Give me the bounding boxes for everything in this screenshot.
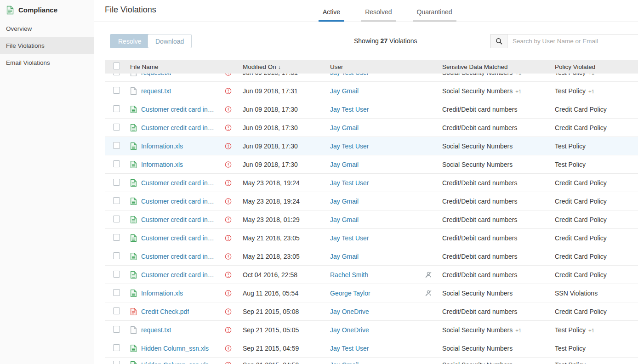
row-checkbox[interactable] bbox=[113, 271, 120, 278]
user-link[interactable]: Jay Test User bbox=[330, 106, 369, 113]
user-link[interactable]: Jay Test User bbox=[330, 179, 369, 187]
file-name-link[interactable]: request.txt bbox=[141, 74, 171, 76]
file-name-link[interactable]: Hidden Column_ssn.xls bbox=[141, 361, 209, 364]
table-row[interactable]: Hidden Column_ssn.xls Sep 21 2015, 04:59… bbox=[105, 358, 638, 364]
row-checkbox[interactable] bbox=[113, 307, 120, 314]
user-link[interactable]: Jay Test User bbox=[330, 74, 369, 76]
user-link[interactable]: George Taylor bbox=[330, 290, 370, 297]
file-name-link[interactable]: Information.xls bbox=[141, 142, 183, 150]
file-name-link[interactable]: Information.xls bbox=[141, 161, 183, 168]
search-button[interactable] bbox=[491, 34, 507, 48]
table-row[interactable]: Information.xls Jun 09 2018, 17:30 Jay G… bbox=[105, 155, 638, 174]
row-checkbox[interactable] bbox=[113, 216, 120, 222]
table-row[interactable]: Customer credit card info... May 23 2018… bbox=[105, 174, 638, 192]
file-name-link[interactable]: Information.xls bbox=[141, 290, 183, 297]
violations-table: File Name Modified On↓ User Sensitive Da… bbox=[105, 60, 638, 364]
user-link[interactable]: Jay Gmail bbox=[330, 87, 359, 95]
column-header-label: Modified On bbox=[243, 63, 276, 70]
file-name-cell: Information.xls bbox=[130, 160, 243, 169]
tab-resolved[interactable]: Resolved bbox=[361, 8, 396, 22]
row-checkbox[interactable] bbox=[113, 160, 120, 167]
column-header-file-name[interactable]: File Name bbox=[130, 63, 243, 70]
table-row[interactable]: request.txt Jun 09 2018, 17:31 Jay Test … bbox=[105, 74, 638, 82]
text-file-icon bbox=[130, 326, 137, 334]
table-row[interactable]: request.txt Jun 09 2018, 17:31 Jay Gmail… bbox=[105, 82, 638, 100]
row-checkbox[interactable] bbox=[113, 105, 120, 112]
column-header-modified-on[interactable]: Modified On↓ bbox=[243, 63, 330, 70]
file-name-link[interactable]: Customer credit card info... bbox=[141, 179, 215, 187]
modified-on-value: Oct 04 2016, 22:58 bbox=[243, 271, 330, 279]
row-checkbox[interactable] bbox=[113, 344, 120, 351]
user-link[interactable]: Jay Gmail bbox=[330, 161, 359, 168]
tab-active[interactable]: Active bbox=[319, 8, 344, 22]
table-row[interactable]: Credit Check.pdf Sep 21 2015, 05:08 Jay … bbox=[105, 302, 638, 321]
row-checkbox[interactable] bbox=[113, 289, 120, 296]
user-link[interactable]: Jay OneDrive bbox=[330, 326, 369, 334]
row-checkbox[interactable] bbox=[113, 326, 120, 333]
file-name-link[interactable]: Customer credit card info... bbox=[141, 106, 215, 113]
file-name-link[interactable]: Customer credit card info... bbox=[141, 198, 215, 205]
table-row[interactable]: request.txt Sep 21 2015, 05:05 Jay OneDr… bbox=[105, 321, 638, 339]
file-name-link[interactable]: request.txt bbox=[141, 87, 171, 95]
search-input[interactable] bbox=[507, 34, 638, 48]
user-link[interactable]: Jay Test User bbox=[330, 142, 369, 150]
policy-violated-value: Test Policy bbox=[555, 361, 638, 364]
file-name-cell: Customer credit card info... bbox=[130, 234, 243, 242]
file-name-cell: Customer credit card info... bbox=[130, 252, 243, 261]
file-name-link[interactable]: Customer credit card info... bbox=[141, 234, 215, 242]
row-checkbox[interactable] bbox=[113, 87, 120, 94]
user-link[interactable]: Jay Gmail bbox=[330, 216, 359, 223]
file-name-link[interactable]: Credit Check.pdf bbox=[141, 308, 189, 315]
user-cell: Jay Gmail bbox=[330, 87, 442, 95]
column-header-policy-violated[interactable]: Policy Violated bbox=[555, 63, 638, 70]
table-row[interactable]: Customer credit card info... May 23 2018… bbox=[105, 210, 638, 229]
row-checkbox[interactable] bbox=[113, 142, 120, 149]
sidebar-item-overview[interactable]: Overview bbox=[0, 20, 94, 37]
table-row[interactable]: Hidden Column_ssn.xls Sep 21 2015, 04:59… bbox=[105, 339, 638, 358]
user-link[interactable]: Jay Gmail bbox=[330, 198, 359, 205]
file-name-link[interactable]: Customer credit card info... bbox=[141, 216, 215, 223]
sidebar-item-file-violations[interactable]: File Violations bbox=[0, 37, 94, 54]
violation-warning-icon bbox=[225, 326, 232, 333]
table-row[interactable]: Customer credit card info... May 23 2018… bbox=[105, 192, 638, 210]
row-checkbox[interactable] bbox=[113, 234, 120, 241]
user-link[interactable]: Jay OneDrive bbox=[330, 308, 369, 315]
table-row[interactable]: Customer credit card info... May 21 2018… bbox=[105, 247, 638, 266]
user-link[interactable]: Jay Gmail bbox=[330, 361, 359, 364]
user-cell: Jay Gmail bbox=[330, 161, 442, 168]
column-header-user[interactable]: User bbox=[330, 63, 442, 70]
table-row[interactable]: Information.xls Aug 11 2016, 05:54 Georg… bbox=[105, 284, 638, 302]
row-checkbox[interactable] bbox=[113, 197, 120, 204]
compliance-logo-icon bbox=[6, 6, 14, 15]
user-link[interactable]: Jay Gmail bbox=[330, 253, 359, 260]
user-link[interactable]: Jay Test User bbox=[330, 345, 369, 352]
file-name-link[interactable]: Customer credit card info... bbox=[141, 124, 215, 131]
table-row[interactable]: Customer credit card info... Oct 04 2016… bbox=[105, 266, 638, 284]
unresolved-user-icon bbox=[425, 290, 432, 297]
row-checkbox[interactable] bbox=[113, 74, 120, 75]
column-header-sensitive-data[interactable]: Sensitive Data Matched bbox=[442, 63, 555, 70]
row-checkbox[interactable] bbox=[113, 361, 120, 364]
table-row[interactable]: Customer credit card info... Jun 09 2018… bbox=[105, 119, 638, 137]
user-link[interactable]: Jay Gmail bbox=[330, 124, 359, 131]
table-row[interactable]: Customer credit card info... Jun 09 2018… bbox=[105, 100, 638, 119]
row-checkbox[interactable] bbox=[113, 124, 120, 131]
file-name-link[interactable]: Customer credit card info... bbox=[141, 271, 215, 279]
spreadsheet-file-icon bbox=[130, 289, 137, 297]
select-all-checkbox[interactable] bbox=[113, 63, 120, 69]
text-file-icon bbox=[130, 87, 137, 95]
row-checkbox[interactable] bbox=[113, 252, 120, 259]
file-name-link[interactable]: request.txt bbox=[141, 326, 171, 334]
sidebar-item-email-violations[interactable]: Email Violations bbox=[0, 54, 94, 71]
row-checkbox[interactable] bbox=[113, 179, 120, 186]
file-name-link[interactable]: Hidden Column_ssn.xls bbox=[141, 345, 209, 352]
user-link[interactable]: Jay Test User bbox=[330, 234, 369, 242]
file-name-link[interactable]: Customer credit card info... bbox=[141, 253, 215, 260]
tab-quarantined[interactable]: Quarantined bbox=[413, 8, 456, 22]
user-link[interactable]: Rachel Smith bbox=[330, 271, 368, 279]
download-button[interactable]: Download bbox=[148, 34, 192, 48]
policy-violated-value: Test Policy+1 bbox=[555, 326, 638, 334]
table-row[interactable]: Information.xls Jun 09 2018, 17:30 Jay T… bbox=[105, 137, 638, 155]
table-row[interactable]: Customer credit card info... May 21 2018… bbox=[105, 229, 638, 247]
resolve-button[interactable]: Resolve bbox=[110, 34, 150, 48]
